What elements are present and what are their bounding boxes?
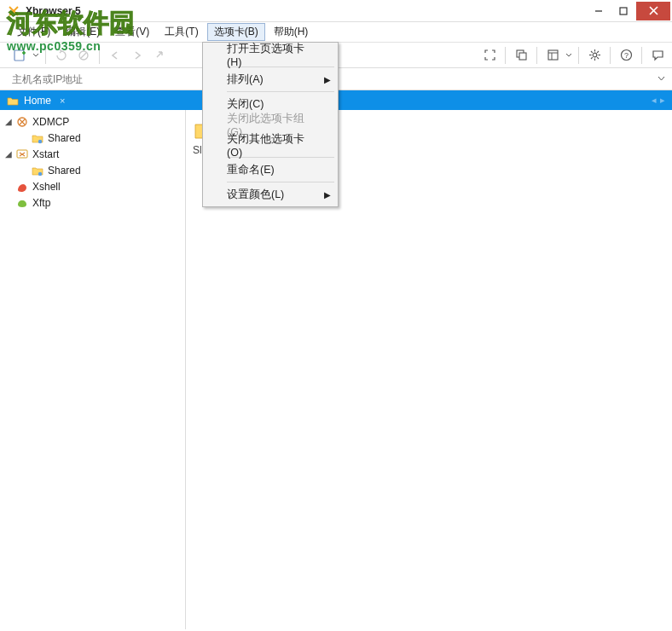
svg-point-14	[593, 53, 597, 57]
toolbar-separator	[99, 47, 100, 64]
disconnect-button[interactable]	[72, 45, 95, 66]
menu-rename-tab[interactable]: 重命名(E)	[205, 159, 336, 180]
close-button[interactable]	[636, 2, 670, 20]
tab-nav: ◂ ▸	[645, 90, 672, 110]
svg-line-22	[597, 51, 599, 53]
svg-rect-1	[620, 8, 627, 14]
layout-dropdown-icon[interactable]	[564, 45, 574, 66]
menu-file[interactable]: 文件(F)	[10, 23, 57, 41]
minimize-button[interactable]	[587, 2, 611, 20]
maximize-button[interactable]	[611, 2, 635, 20]
menu-set-color[interactable]: 设置颜色(L)▶	[205, 184, 336, 205]
tree-node-xdmcp-shared[interactable]: Shared	[0, 130, 185, 146]
tree-node-xftp[interactable]: Xftp	[0, 194, 185, 211]
menu-edit[interactable]: 编辑(E)	[59, 23, 107, 41]
menubar: 文件(F) 编辑(E) 查看(V) 工具(T) 选项卡(B) 帮助(H)	[0, 22, 672, 42]
layout-button[interactable]	[542, 45, 564, 66]
forward-button[interactable]	[126, 45, 148, 66]
xdmcp-icon	[15, 115, 29, 129]
tree-node-xshell[interactable]: Xshell	[0, 178, 185, 194]
menu-label: 排列(A)	[227, 72, 264, 87]
menu-arrange[interactable]: 排列(A)▶	[205, 69, 336, 90]
svg-text:?: ?	[623, 51, 628, 60]
tabs-dropdown-menu: 打开主页选项卡(H) 排列(A)▶ 关闭(C) 关闭此选项卡组(G) 关闭其他选…	[202, 42, 339, 207]
menu-separator	[227, 182, 334, 182]
collapse-icon[interactable]: ◢	[3, 149, 14, 159]
reconnect-button[interactable]	[50, 45, 72, 66]
tree-label: XDMCP	[32, 116, 69, 128]
up-button[interactable]	[148, 45, 171, 66]
tree-label: Xshell	[32, 181, 61, 193]
svg-point-28	[38, 171, 42, 175]
tree-label: Xstart	[32, 148, 59, 160]
settings-button[interactable]	[583, 45, 605, 66]
menu-tabs[interactable]: 选项卡(B)	[207, 23, 265, 41]
toolbar-separator	[641, 47, 642, 64]
tab-home[interactable]: Home ×	[0, 90, 72, 110]
main-peek-text: Sl	[193, 144, 202, 156]
svg-line-19	[591, 51, 593, 53]
xftp-icon	[15, 196, 29, 210]
svg-rect-4	[14, 50, 24, 61]
collapse-icon[interactable]: ◢	[3, 117, 14, 126]
toolbar-separator	[610, 47, 611, 64]
toolbar-separator	[45, 47, 46, 64]
app-icon	[7, 4, 20, 18]
tree-label: Shared	[48, 165, 81, 177]
window-title: Xbrowser 5	[26, 5, 81, 17]
tab-next-icon[interactable]: ▸	[660, 95, 665, 106]
feedback-button[interactable]	[646, 45, 669, 66]
back-button[interactable]	[104, 45, 126, 66]
menu-label: 设置颜色(L)	[227, 188, 284, 202]
menu-open-home-tab[interactable]: 打开主页选项卡(H)	[205, 44, 336, 65]
svg-rect-11	[548, 50, 558, 60]
svg-line-20	[597, 57, 599, 59]
menu-tools[interactable]: 工具(T)	[158, 23, 205, 41]
xstart-icon	[15, 148, 29, 161]
xshell-icon	[15, 180, 29, 194]
tree-node-xstart[interactable]: ◢ Xstart	[0, 146, 185, 162]
shared-folder-icon	[31, 131, 44, 145]
svg-line-8	[81, 53, 86, 58]
shared-folder-icon	[31, 164, 44, 177]
toolbar-dropdown-icon[interactable]	[31, 45, 41, 66]
svg-point-26	[38, 139, 42, 142]
toolbar-separator	[505, 47, 506, 64]
toolbar-separator	[536, 47, 537, 64]
tab-close-icon[interactable]: ×	[60, 96, 65, 106]
tree-label: Shared	[48, 132, 81, 144]
svg-line-21	[591, 57, 593, 59]
tab-prev-icon[interactable]: ◂	[652, 95, 657, 106]
titlebar: Xbrowser 5	[0, 0, 672, 22]
address-dropdown-icon[interactable]	[653, 73, 669, 85]
submenu-arrow-icon: ▶	[324, 75, 331, 84]
tree-label: Xftp	[32, 197, 50, 209]
submenu-arrow-icon: ▶	[324, 190, 331, 200]
help-button[interactable]: ?	[615, 45, 637, 66]
new-session-button[interactable]	[9, 45, 31, 66]
tab-label: Home	[24, 95, 51, 107]
sidebar-tree: ◢ XDMCP Shared ◢ Xstart Shared Xshell	[0, 110, 186, 629]
tree-node-xstart-shared[interactable]: Shared	[0, 162, 185, 178]
menu-view[interactable]: 查看(V)	[108, 23, 156, 41]
toolbar-separator	[578, 47, 579, 64]
folder-icon	[7, 95, 19, 107]
svg-rect-10	[519, 53, 526, 60]
menu-close-other-tabs[interactable]: 关闭其他选项卡(O)	[205, 135, 336, 155]
cascade-button[interactable]	[510, 45, 532, 66]
tree-node-xdmcp[interactable]: ◢ XDMCP	[0, 113, 185, 130]
fullscreen-button[interactable]	[478, 45, 501, 66]
menu-separator	[227, 91, 334, 92]
menu-help[interactable]: 帮助(H)	[267, 23, 316, 41]
